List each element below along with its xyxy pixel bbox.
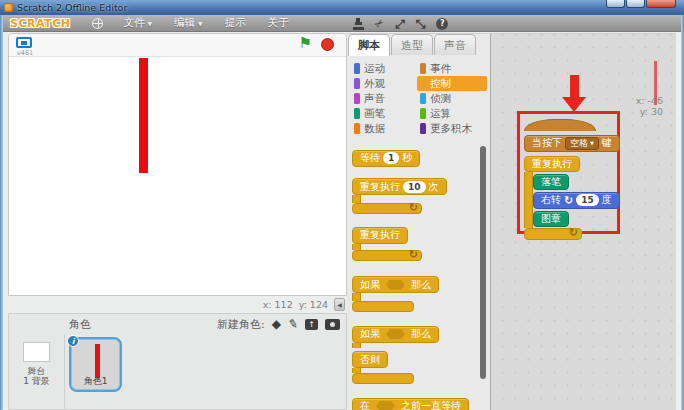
block-text: 那么 [411, 278, 431, 292]
stage-selector[interactable]: 舞台 1 背景 [9, 334, 65, 410]
tab-scripts[interactable]: 脚本 [348, 34, 390, 56]
stage-canvas[interactable] [9, 57, 346, 295]
menu-edit-label: 编辑 [174, 16, 195, 30]
menu-about-label: 关于 [268, 16, 289, 30]
sprite-thumbnail-selected[interactable]: i 角色1 [69, 337, 122, 392]
boolean-slot[interactable] [373, 401, 398, 410]
cursor-toolbar: ✂ ⤢ ⤡ ? [352, 15, 448, 32]
upload-sprite-icon[interactable]: ↑ [305, 319, 318, 330]
scratch-logo: SCRATCH [10, 17, 70, 30]
key-dropdown-value: 空格 [570, 137, 588, 150]
window-controls [606, 0, 676, 8]
block-text: 图章 [541, 212, 561, 226]
stage-thumbnail[interactable] [23, 342, 50, 362]
category-color-chip [420, 63, 426, 74]
boolean-slot[interactable] [383, 329, 408, 339]
block-turn-right[interactable]: 右转 ↻ 15 度 [533, 192, 620, 209]
boolean-slot[interactable] [383, 280, 408, 290]
c-arm [352, 293, 361, 301]
category-sensing[interactable]: 侦测 [417, 91, 487, 106]
mouse-x-readout: x: 112 [263, 299, 293, 310]
palette-scrollbar[interactable] [480, 146, 486, 379]
new-sprite-label: 新建角色: [217, 317, 265, 332]
right-gutter [676, 33, 681, 410]
palette-block-if-else[interactable]: 如果 那么 否则 [352, 322, 469, 384]
number-input[interactable]: 15 [576, 194, 599, 206]
category-operators[interactable]: 运算 [417, 106, 487, 121]
category-data[interactable]: 数据 [351, 121, 417, 136]
category-label: 外观 [364, 77, 385, 91]
category-label: 运算 [430, 107, 451, 121]
block-help-icon[interactable]: ? [436, 18, 448, 30]
number-input[interactable]: 10 [403, 181, 426, 193]
key-dropdown[interactable]: 空格 ▼ [565, 137, 599, 150]
menu-file-label: 文件 [123, 16, 144, 30]
script-stack[interactable]: 当按下 空格 ▼ 键 重复执行 落笔 右转 ↻ [524, 119, 676, 240]
c-bottom [352, 373, 414, 384]
hat-block-hump [524, 119, 596, 131]
palette-blocks: 等待 1 秒 重复执行 10 次 ↻ 重复执行 ↻ [352, 146, 469, 410]
window-left-border [0, 15, 3, 410]
delete-scissors-icon[interactable]: ✂ [372, 16, 387, 32]
block-forever-top[interactable]: 重复执行 [524, 156, 580, 172]
language-globe-icon[interactable] [92, 18, 103, 29]
collapse-stage-button[interactable]: ◀ [334, 298, 345, 311]
c-arm [352, 244, 361, 250]
mouse-coords-row: x: 112 y: 124 ◀ [8, 297, 347, 312]
sprite-info-icon[interactable]: i [67, 335, 79, 347]
block-when-key-pressed[interactable]: 当按下 空格 ▼ 键 [524, 135, 620, 152]
mouse-y-readout: y: 124 [299, 299, 328, 310]
palette-block-repeat[interactable]: 重复执行 10 次 ↻ [352, 175, 469, 215]
palette-block-if[interactable]: 如果 那么 [352, 273, 469, 313]
block-text: 在 [360, 399, 370, 410]
paint-new-sprite-icon[interactable]: ✎ [287, 316, 299, 332]
tab-costumes[interactable]: 造型 [391, 34, 433, 55]
block-stamp[interactable]: 图章 [533, 211, 569, 227]
duplicate-stamp-icon[interactable] [352, 18, 364, 30]
stop-button[interactable] [321, 38, 334, 51]
block-text: 之前一直等待 [401, 399, 461, 410]
sprite-costume-line [95, 344, 100, 378]
category-events[interactable]: 事件 [417, 61, 487, 76]
maximize-button[interactable] [626, 0, 645, 8]
category-list: 运动 事件 外观 控制 声音 侦测 画笔 运算 数据 更多积木 [351, 61, 487, 136]
dropdown-arrow-icon: ▼ [590, 140, 594, 146]
category-sound[interactable]: 声音 [351, 91, 417, 106]
block-text: 如果 [360, 327, 380, 341]
menu-edit[interactable]: 编辑▼ [174, 16, 203, 30]
annotation-arrow-head [562, 97, 586, 112]
number-input[interactable]: 1 [383, 152, 399, 164]
camera-sprite-icon[interactable] [325, 319, 340, 330]
grow-icon[interactable]: ⤢ [395, 18, 405, 30]
block-pen-down[interactable]: 落笔 [533, 174, 569, 190]
c-bottom: ↻ [352, 250, 422, 261]
scripts-area[interactable]: x: -46 y: 30 当按下 空格 ▼ 键 重复执行 [490, 33, 676, 410]
palette-block-wait-until[interactable]: 在 之前一直等待 [352, 398, 469, 410]
palette-block-forever[interactable]: 重复执行 ↻ [352, 223, 469, 261]
category-looks[interactable]: 外观 [351, 76, 417, 91]
menu-tips[interactable]: 提示 [225, 16, 246, 30]
c-arm [352, 195, 361, 203]
category-pen[interactable]: 画笔 [351, 106, 417, 121]
category-color-chip [354, 78, 360, 89]
category-label: 控制 [430, 77, 451, 91]
menu-file[interactable]: 文件▼ [123, 16, 152, 30]
close-button[interactable] [646, 0, 676, 8]
category-control-selected[interactable]: 控制 [417, 76, 487, 91]
category-more-blocks[interactable]: 更多积木 [417, 121, 487, 136]
menu-about[interactable]: 关于 [268, 16, 289, 30]
palette-block-wait[interactable]: 等待 1 秒 [352, 150, 420, 167]
block-text: 那么 [411, 327, 431, 341]
green-flag-icon[interactable]: ⚑ [299, 36, 312, 51]
forever-body: 落笔 右转 ↻ 15 度 图章 [524, 172, 676, 228]
category-color-chip [420, 108, 426, 119]
category-motion[interactable]: 运动 [351, 61, 417, 76]
fullscreen-icon[interactable] [16, 37, 32, 48]
sprite-library-icon[interactable]: ◆ [272, 318, 281, 330]
app-icon [4, 3, 13, 12]
block-text: 等待 [360, 151, 380, 165]
shrink-icon[interactable]: ⤡ [416, 18, 426, 30]
stage-panel: v461 ⚑ [8, 33, 347, 296]
tab-sounds[interactable]: 声音 [434, 34, 476, 55]
minimize-button[interactable] [606, 0, 625, 8]
